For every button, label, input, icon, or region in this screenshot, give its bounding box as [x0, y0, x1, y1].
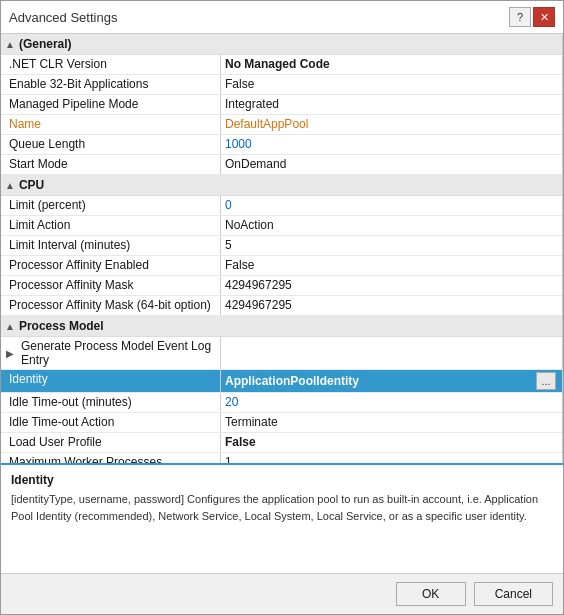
section-header-processmodel[interactable]: ▲ Process Model	[1, 316, 562, 337]
description-title: Identity	[11, 473, 553, 487]
prop-value-pipeline: Integrated	[221, 95, 562, 114]
prop-value-limitinterval: 5	[221, 236, 562, 255]
prop-value-name: DefaultAppPool	[221, 115, 562, 134]
section-arrow-cpu: ▲	[5, 180, 15, 191]
prop-name-identity: Identity	[1, 370, 221, 392]
prop-name-loaduserprofile: Load User Profile	[1, 433, 221, 452]
prop-value-affinitymask: 4294967295	[221, 276, 562, 295]
dialog-title: Advanced Settings	[9, 10, 117, 25]
prop-row-startmode[interactable]: Start Mode OnDemand	[1, 155, 562, 175]
help-button[interactable]: ?	[509, 7, 531, 27]
prop-row-affinitymask64[interactable]: Processor Affinity Mask (64-bit option) …	[1, 296, 562, 316]
prop-name-idletimeout: Idle Time-out (minutes)	[1, 393, 221, 412]
prop-value-eventlog	[221, 337, 562, 369]
prop-value-startmode: OnDemand	[221, 155, 562, 174]
prop-name-eventlog: Generate Process Model Event Log Entry	[19, 337, 221, 369]
prop-row-limit[interactable]: Limit (percent) 0	[1, 196, 562, 216]
title-bar: Advanced Settings ? ✕	[1, 1, 563, 34]
prop-value-idletimeoutaction: Terminate	[221, 413, 562, 432]
prop-name-queue: Queue Length	[1, 135, 221, 154]
prop-value-32bit: False	[221, 75, 562, 94]
section-label-cpu: CPU	[19, 178, 44, 192]
prop-name-idletimeoutaction: Idle Time-out Action	[1, 413, 221, 432]
prop-name-startmode: Start Mode	[1, 155, 221, 174]
prop-name-name: Name	[1, 115, 221, 134]
prop-name-affinitymask: Processor Affinity Mask	[1, 276, 221, 295]
prop-value-maxworker: 1	[221, 453, 562, 463]
identity-ellipsis-button[interactable]: ...	[536, 372, 556, 390]
title-bar-buttons: ? ✕	[509, 7, 555, 27]
prop-row-limitinterval[interactable]: Limit Interval (minutes) 5	[1, 236, 562, 256]
prop-row-maxworker[interactable]: Maximum Worker Processes 1	[1, 453, 562, 463]
prop-name-limit: Limit (percent)	[1, 196, 221, 215]
prop-value-limitaction: NoAction	[221, 216, 562, 235]
dialog-body: ▲ (General) .NET CLR Version No Managed …	[1, 34, 563, 463]
section-label-general: (General)	[19, 37, 72, 51]
prop-value-loaduserprofile: False	[221, 433, 562, 452]
prop-value-idletimeout: 20	[221, 393, 562, 412]
prop-name-maxworker: Maximum Worker Processes	[1, 453, 221, 463]
description-text: [identityType, username, password] Confi…	[11, 491, 553, 524]
prop-name-affinitymask64: Processor Affinity Mask (64-bit option)	[1, 296, 221, 315]
dialog-footer: OK Cancel	[1, 573, 563, 614]
prop-value-affinitymask64: 4294967295	[221, 296, 562, 315]
prop-name-affinity: Processor Affinity Enabled	[1, 256, 221, 275]
prop-row-queue[interactable]: Queue Length 1000	[1, 135, 562, 155]
prop-value-affinity: False	[221, 256, 562, 275]
section-arrow-general: ▲	[5, 39, 15, 50]
prop-row-32bit[interactable]: Enable 32-Bit Applications False	[1, 75, 562, 95]
section-arrow-processmodel: ▲	[5, 321, 15, 332]
prop-value-identity: ApplicationPoolIdentity ...	[221, 370, 562, 392]
prop-value-clr: No Managed Code	[221, 55, 562, 74]
close-button[interactable]: ✕	[533, 7, 555, 27]
prop-row-affinity[interactable]: Processor Affinity Enabled False	[1, 256, 562, 276]
prop-value-limit: 0	[221, 196, 562, 215]
prop-name-clr: .NET CLR Version	[1, 55, 221, 74]
prop-row-pipeline[interactable]: Managed Pipeline Mode Integrated	[1, 95, 562, 115]
cancel-button[interactable]: Cancel	[474, 582, 553, 606]
prop-name-32bit: Enable 32-Bit Applications	[1, 75, 221, 94]
prop-row-name[interactable]: Name DefaultAppPool	[1, 115, 562, 135]
prop-row-loaduserprofile[interactable]: Load User Profile False	[1, 433, 562, 453]
section-header-cpu[interactable]: ▲ CPU	[1, 175, 562, 196]
prop-value-queue: 1000	[221, 135, 562, 154]
prop-row-clr[interactable]: .NET CLR Version No Managed Code	[1, 55, 562, 75]
property-grid[interactable]: ▲ (General) .NET CLR Version No Managed …	[1, 34, 563, 463]
prop-row-idletimeoutaction[interactable]: Idle Time-out Action Terminate	[1, 413, 562, 433]
prop-row-limitaction[interactable]: Limit Action NoAction	[1, 216, 562, 236]
section-header-general[interactable]: ▲ (General)	[1, 34, 562, 55]
advanced-settings-dialog: Advanced Settings ? ✕ ▲ (General) .NET C…	[0, 0, 564, 615]
prop-row-affinitymask[interactable]: Processor Affinity Mask 4294967295	[1, 276, 562, 296]
prop-name-pipeline: Managed Pipeline Mode	[1, 95, 221, 114]
prop-row-identity[interactable]: Identity ApplicationPoolIdentity ...	[1, 370, 562, 393]
ok-button[interactable]: OK	[396, 582, 466, 606]
expandable-row-eventlog[interactable]: ▶ Generate Process Model Event Log Entry	[1, 337, 562, 370]
identity-value-text: ApplicationPoolIdentity	[225, 374, 536, 388]
section-label-processmodel: Process Model	[19, 319, 104, 333]
description-panel: Identity [identityType, username, passwo…	[1, 463, 563, 573]
expand-icon-eventlog[interactable]: ▶	[1, 337, 19, 369]
prop-row-idletimeout[interactable]: Idle Time-out (minutes) 20	[1, 393, 562, 413]
prop-name-limitaction: Limit Action	[1, 216, 221, 235]
prop-name-limitinterval: Limit Interval (minutes)	[1, 236, 221, 255]
